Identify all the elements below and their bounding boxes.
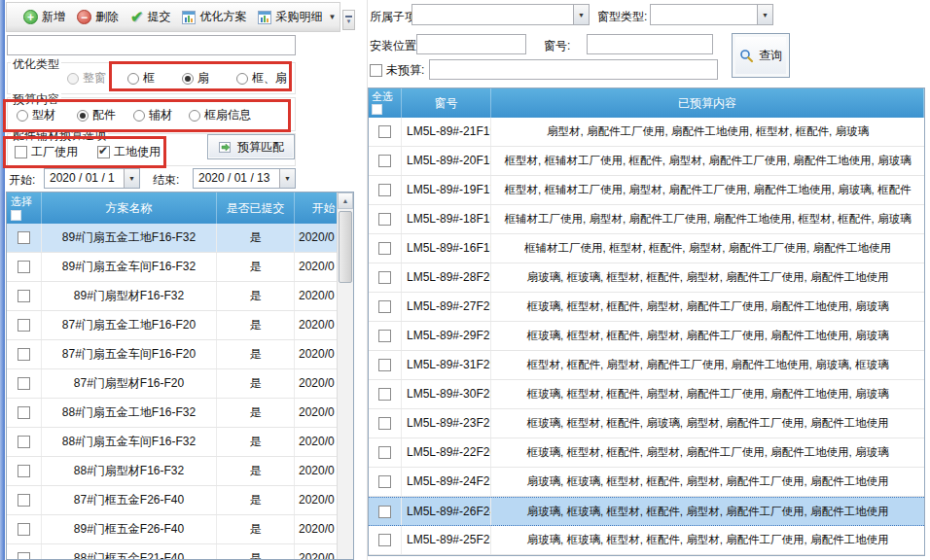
table-row[interactable]: LM5L-89#-24F22 扇玻璃, 框玻璃, 框型材, 框配件, 扇型材, … — [369, 468, 924, 497]
row-select-cell — [369, 526, 402, 554]
row-checkbox[interactable] — [18, 348, 30, 361]
submit-button[interactable]: ✔ 提交 — [125, 5, 176, 29]
table-row[interactable]: LM5L-89#-18F16 框辅材工厂使用, 扇型材, 扇配件工厂使用, 扇配… — [369, 205, 924, 234]
table-row[interactable]: LM5L-89#-19F17 框型材, 框辅材工厂使用, 扇型材, 扇配件工厂使… — [369, 176, 924, 205]
chevron-down-icon[interactable]: ▼ — [124, 169, 139, 188]
row-checkbox[interactable] — [18, 465, 30, 477]
purchase-detail-button[interactable]: 采购明细 ▼ — [252, 6, 341, 28]
radio-profile[interactable]: 型材 — [17, 107, 55, 123]
table-row[interactable]: 87#门扇五金车间F16-F20 是 2020/0 — [7, 340, 353, 369]
table-row[interactable]: 89#门框五金F26-F40 是 2020/0 — [7, 515, 353, 544]
table-row[interactable]: 88#门扇型材F16-F32 是 2020/0 — [7, 457, 353, 486]
row-checkbox[interactable] — [18, 290, 30, 302]
row-checkbox[interactable] — [378, 184, 391, 196]
table-row[interactable]: LM5L-89#-23F21 框玻璃, 框型材, 框配件, 扇玻璃, 扇型材, … — [369, 409, 924, 438]
plan-search-input[interactable] — [7, 35, 296, 55]
row-checkbox[interactable] — [18, 494, 30, 507]
table-row[interactable]: 89#门扇型材F16-F32 是 2020/0 — [7, 282, 353, 311]
window-type-combobox[interactable]: ▼ — [650, 4, 773, 25]
window-no-input[interactable] — [587, 34, 713, 54]
add-button[interactable]: + 新增 — [18, 6, 71, 28]
radio-frame[interactable]: 框 — [127, 70, 155, 87]
table-row[interactable]: 88#门扇五金工地F16-F32 是 2020/0 — [7, 399, 353, 428]
row-checkbox[interactable] — [378, 125, 391, 138]
chevron-down-icon[interactable]: ▼ — [279, 169, 295, 188]
chevron-down-icon[interactable]: ▼ — [573, 5, 589, 24]
row-checkbox[interactable] — [378, 417, 391, 430]
row-select-cell — [369, 438, 402, 467]
row-checkbox[interactable] — [18, 406, 30, 419]
table-row[interactable]: LM5L-89#-16F15 框辅材工厂使用, 框型材, 框配件, 扇型材, 扇… — [369, 234, 924, 263]
table-row[interactable]: 87#门扇五金工地F16-F20 是 2020/0 — [7, 311, 353, 340]
table-row[interactable]: LM5L-89#-27F25 框玻璃, 框型材, 框配件, 扇型材, 扇配件工厂… — [369, 293, 924, 322]
sub-item-combobox[interactable]: ▼ — [411, 4, 590, 25]
radio-whole-window[interactable]: 整窗 — [67, 70, 106, 87]
table-row[interactable]: LM5L-89#-28F26 扇玻璃, 框玻璃, 框型材, 框配件, 扇型材, … — [369, 263, 924, 293]
optimize-plan-button[interactable]: 优化方案 — [176, 6, 252, 28]
row-checkbox[interactable] — [18, 552, 30, 560]
vertical-scrollbar[interactable]: ▲ — [337, 192, 353, 559]
scrollbar-thumb[interactable] — [339, 211, 352, 283]
panel-splitter[interactable] — [356, 0, 368, 560]
table-row[interactable]: LM5L-89#-25F23 扇玻璃, 框玻璃, 框型材, 框配件, 扇型材, … — [369, 526, 924, 555]
not-budgeted-input[interactable] — [429, 59, 718, 80]
budget-match-button[interactable]: 预算匹配 — [207, 134, 295, 159]
radio-frame-sash-info[interactable]: 框扇信息 — [189, 107, 251, 123]
start-date-picker[interactable]: 2020 / 01 / 1 ▼ — [44, 168, 140, 189]
radio-auxiliary[interactable]: 辅材 — [133, 107, 172, 123]
table-row[interactable]: LM5L-89#-21F19 扇型材, 扇配件工厂使用, 扇配件工地使用, 框型… — [369, 118, 924, 147]
toolbar-overflow-button[interactable]: ▼ — [342, 10, 355, 30]
table-row[interactable]: LM5L-89#-26F24 扇玻璃, 框玻璃, 框型材, 框配件, 扇型材, … — [369, 497, 924, 526]
select-all-checkbox[interactable] — [11, 210, 21, 221]
row-checkbox[interactable] — [378, 330, 391, 342]
row-select-cell — [369, 176, 402, 204]
left-panel: + 新增 − 删除 ✔ 提交 优化方案 采购明细 ▼ ▼ — [5, 0, 356, 560]
row-checkbox[interactable] — [378, 506, 391, 518]
row-checkbox[interactable] — [378, 242, 391, 255]
row-checkbox[interactable] — [18, 523, 30, 536]
checkbox-site-use[interactable]: 工地使用 — [97, 144, 161, 160]
row-checkbox[interactable] — [18, 319, 30, 332]
radio-sash[interactable]: 扇 — [182, 70, 209, 87]
row-checkbox[interactable] — [18, 436, 30, 448]
table-row[interactable]: LM5L-89#-31F29 框型材, 框配件, 扇型材, 扇配件工厂使用, 扇… — [369, 351, 924, 380]
table-row[interactable]: 87#门扇型材F16-F20 是 2020/0 — [7, 369, 353, 399]
row-checkbox[interactable] — [378, 271, 391, 284]
table-row[interactable]: LM5L-89#-20F18 框型材, 框辅材工厂使用, 框配件, 扇型材, 扇… — [369, 147, 924, 176]
radio-frame-sash[interactable]: 框、扇 — [236, 70, 287, 87]
chevron-down-icon[interactable]: ▼ — [757, 5, 772, 24]
plan-name-cell: 87#门扇型材F16-F20 — [42, 369, 217, 398]
checkbox-factory-use[interactable]: 工厂使用 — [15, 144, 78, 160]
row-checkbox[interactable] — [18, 261, 30, 273]
add-button-label: 新增 — [42, 9, 65, 25]
row-checkbox[interactable] — [378, 155, 391, 167]
row-checkbox[interactable] — [378, 213, 391, 226]
table-row[interactable]: 89#门扇五金车间F16-F32 是 2020/0 — [7, 253, 353, 282]
row-checkbox[interactable] — [18, 231, 30, 244]
table-row[interactable]: 87#门框五金F26-F40 是 2020/0 — [7, 486, 353, 515]
row-select-cell — [7, 253, 42, 281]
query-button[interactable]: 查询 — [732, 33, 790, 78]
table-row[interactable]: 88#门扇五金车间F16-F32 是 2020/0 — [7, 428, 353, 457]
select-all-checkbox[interactable] — [372, 104, 382, 115]
header-plan-name: 方案名称 — [42, 192, 217, 224]
row-checkbox[interactable] — [378, 388, 391, 401]
row-checkbox[interactable] — [18, 377, 30, 390]
row-checkbox[interactable] — [378, 475, 391, 488]
delete-button[interactable]: − 删除 — [71, 6, 125, 28]
scroll-up-icon[interactable]: ▲ — [338, 192, 353, 209]
table-row[interactable]: LM5L-89#-30F28 框玻璃, 框型材, 框配件, 扇型材, 扇配件工厂… — [369, 380, 924, 409]
install-position-input[interactable] — [416, 34, 526, 54]
checkbox-not-budgeted[interactable]: 未预算: — [370, 62, 424, 79]
row-checkbox[interactable] — [378, 359, 391, 371]
end-date-picker[interactable]: 2020 / 01 / 13 ▼ — [193, 168, 296, 189]
table-row[interactable]: 89#门扇五金工地F16-F32 是 2020/0 — [7, 224, 353, 253]
budgeted-content-cell: 框型材, 框配件, 扇型材, 扇配件工厂使用, 扇配件工地使用, 扇玻璃, 框玻… — [491, 351, 924, 379]
table-row[interactable]: LM5L-89#-22F20 框玻璃, 框型材, 框配件, 扇型材, 扇配件工厂… — [369, 438, 924, 468]
row-checkbox[interactable] — [378, 446, 391, 459]
row-checkbox[interactable] — [378, 300, 391, 313]
table-row[interactable]: LM5L-89#-29F27 框玻璃, 框型材, 框配件, 扇型材, 扇配件工厂… — [369, 322, 924, 351]
table-row[interactable]: 88#门框五金F21-F40 是 2020/0 — [7, 544, 353, 560]
radio-accessory[interactable]: 配件 — [77, 107, 116, 123]
row-checkbox[interactable] — [378, 534, 391, 546]
